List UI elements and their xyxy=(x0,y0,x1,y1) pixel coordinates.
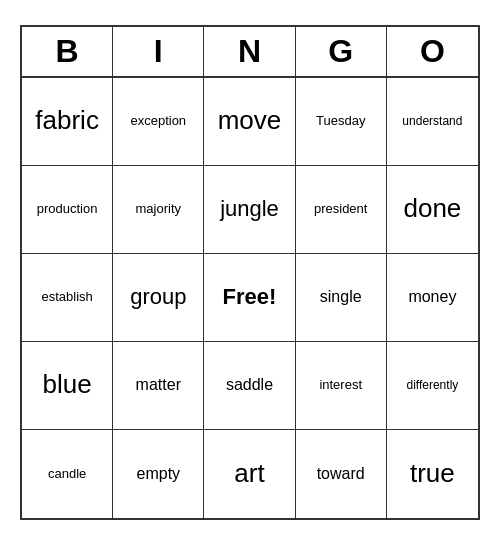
cell-text-4-4: true xyxy=(410,458,455,489)
cell-text-1-2: jungle xyxy=(220,196,279,222)
bingo-cell-2-3: single xyxy=(296,254,387,342)
bingo-cell-1-3: president xyxy=(296,166,387,254)
bingo-card: BINGO fabricexceptionmoveTuesdayundersta… xyxy=(20,25,480,520)
cell-text-1-1: majority xyxy=(136,201,182,217)
cell-text-3-4: differently xyxy=(406,378,458,392)
bingo-cell-4-0: candle xyxy=(22,430,113,518)
bingo-cell-4-1: empty xyxy=(113,430,204,518)
bingo-cell-3-0: blue xyxy=(22,342,113,430)
cell-text-2-4: money xyxy=(408,287,456,306)
cell-text-4-0: candle xyxy=(48,466,86,482)
bingo-cell-0-3: Tuesday xyxy=(296,78,387,166)
header-letter-G: G xyxy=(296,27,387,76)
bingo-cell-2-0: establish xyxy=(22,254,113,342)
header-letter-O: O xyxy=(387,27,478,76)
cell-text-2-0: establish xyxy=(41,289,92,305)
bingo-cell-1-2: jungle xyxy=(204,166,295,254)
bingo-cell-1-0: production xyxy=(22,166,113,254)
bingo-cell-4-2: art xyxy=(204,430,295,518)
bingo-cell-0-0: fabric xyxy=(22,78,113,166)
bingo-cell-0-1: exception xyxy=(113,78,204,166)
bingo-cell-3-1: matter xyxy=(113,342,204,430)
cell-text-3-1: matter xyxy=(136,375,181,394)
cell-text-1-0: production xyxy=(37,201,98,217)
bingo-cell-1-4: done xyxy=(387,166,478,254)
bingo-cell-2-2: Free! xyxy=(204,254,295,342)
cell-text-4-2: art xyxy=(234,458,264,489)
bingo-cell-2-4: money xyxy=(387,254,478,342)
cell-text-0-2: move xyxy=(218,105,282,136)
cell-text-0-3: Tuesday xyxy=(316,113,365,129)
header-letter-I: I xyxy=(113,27,204,76)
cell-text-2-1: group xyxy=(130,284,186,310)
cell-text-3-0: blue xyxy=(43,369,92,400)
cell-text-2-3: single xyxy=(320,287,362,306)
bingo-cell-3-3: interest xyxy=(296,342,387,430)
bingo-cell-2-1: group xyxy=(113,254,204,342)
cell-text-3-2: saddle xyxy=(226,375,273,394)
bingo-cell-4-3: toward xyxy=(296,430,387,518)
bingo-header: BINGO xyxy=(22,27,478,78)
bingo-cell-3-4: differently xyxy=(387,342,478,430)
cell-text-0-0: fabric xyxy=(35,105,99,136)
cell-text-0-1: exception xyxy=(130,113,186,129)
header-letter-B: B xyxy=(22,27,113,76)
cell-text-0-4: understand xyxy=(402,114,462,128)
cell-text-3-3: interest xyxy=(319,377,362,393)
bingo-cell-1-1: majority xyxy=(113,166,204,254)
bingo-cell-3-2: saddle xyxy=(204,342,295,430)
bingo-cell-0-2: move xyxy=(204,78,295,166)
cell-text-4-3: toward xyxy=(317,464,365,483)
cell-text-4-1: empty xyxy=(137,464,181,483)
header-letter-N: N xyxy=(204,27,295,76)
cell-text-1-3: president xyxy=(314,201,367,217)
cell-text-2-2: Free! xyxy=(223,284,277,310)
bingo-cell-0-4: understand xyxy=(387,78,478,166)
bingo-grid: fabricexceptionmoveTuesdayunderstandprod… xyxy=(22,78,478,518)
bingo-cell-4-4: true xyxy=(387,430,478,518)
cell-text-1-4: done xyxy=(403,193,461,224)
